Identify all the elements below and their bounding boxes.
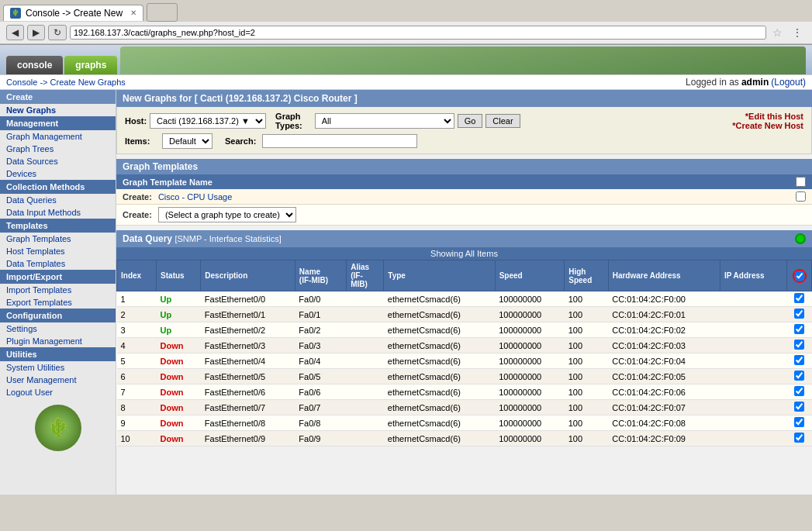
cell-hardware-address: CC:01:04:2C:F0:02 [608, 322, 720, 338]
table-row: 10 Down FastEthernet0/9 Fa0/9 ethernetCs… [117, 431, 812, 447]
cell-hardware-address: CC:01:04:2C:F0:04 [608, 353, 720, 369]
cell-type: ethernetCsmacd(6) [384, 400, 495, 415]
browser-tab[interactable]: 🌵 Console -> Create New ✕ [3, 5, 143, 21]
cell-description: FastEthernet0/9 [201, 431, 295, 447]
cell-speed: 100000000 [495, 322, 565, 338]
sidebar-item-import-templates[interactable]: Import Templates [0, 284, 116, 296]
cell-description: FastEthernet0/2 [201, 322, 295, 338]
cell-status: Down [157, 400, 201, 415]
sidebar-collection-methods-header: Collection Methods [0, 180, 116, 194]
row-checkbox[interactable] [794, 293, 804, 303]
cell-status: Up [157, 307, 201, 322]
sidebar-item-system-utilities[interactable]: System Utilities [0, 361, 116, 374]
sidebar-item-data-templates[interactable]: Data Templates [0, 257, 116, 270]
sidebar-create-header: Create [0, 90, 116, 104]
graph-template-row1-checkbox[interactable] [796, 191, 806, 202]
go-button[interactable]: Go [458, 114, 483, 128]
sidebar-item-new-graphs[interactable]: New Graphs [0, 104, 116, 116]
clear-button[interactable]: Clear [485, 114, 520, 128]
sidebar-item-data-sources[interactable]: Data Sources [0, 155, 116, 167]
sidebar-templates-header: Templates [0, 219, 116, 233]
cell-type: ethernetCsmacd(6) [384, 415, 495, 431]
address-bar[interactable] [70, 26, 766, 40]
sidebar-item-export-templates[interactable]: Export Templates [0, 296, 116, 309]
row-checkbox[interactable] [794, 371, 804, 381]
sidebar-item-data-queries[interactable]: Data Queries [0, 194, 116, 206]
col-select-all[interactable] [787, 260, 812, 291]
host-select[interactable]: Cacti (192.168.137.2) ▼ [150, 113, 266, 129]
cell-ip-address [720, 369, 786, 384]
graph-template-select-all-checkbox[interactable] [796, 177, 806, 187]
cell-alias [347, 338, 384, 353]
cell-speed: 100000000 [495, 338, 565, 353]
cell-description: FastEthernet0/8 [201, 415, 295, 431]
row-checkbox[interactable] [794, 433, 804, 443]
row-checkbox[interactable] [794, 355, 804, 365]
reload-button[interactable]: ↻ [48, 25, 67, 40]
cell-name: Fa0/6 [295, 384, 346, 400]
cell-speed: 100000000 [495, 400, 565, 415]
cell-checkbox[interactable] [787, 307, 812, 322]
cell-speed: 100000000 [495, 415, 565, 431]
graphs-tab-button[interactable]: graphs [64, 56, 117, 74]
items-select[interactable]: Default [162, 133, 213, 149]
sidebar-item-graph-templates[interactable]: Graph Templates [0, 233, 116, 245]
row-checkbox[interactable] [794, 386, 804, 396]
row-checkbox[interactable] [794, 340, 804, 350]
cell-description: FastEthernet0/4 [201, 353, 295, 369]
cell-index: 3 [117, 322, 157, 338]
sidebar-item-host-templates[interactable]: Host Templates [0, 245, 116, 257]
logout-link[interactable]: (Logout) [771, 77, 806, 88]
sidebar-item-graph-trees[interactable]: Graph Trees [0, 143, 116, 155]
create-new-host-link[interactable]: *Create New Host [527, 121, 803, 130]
cell-checkbox[interactable] [787, 415, 812, 431]
row-checkbox[interactable] [794, 309, 804, 319]
cell-checkbox[interactable] [787, 353, 812, 369]
cell-ip-address [720, 307, 786, 322]
cell-alias [347, 384, 384, 400]
cell-checkbox[interactable] [787, 291, 812, 307]
back-button[interactable]: ◀ [6, 25, 24, 40]
cell-description: FastEthernet0/0 [201, 291, 295, 307]
cell-alias [347, 431, 384, 447]
cell-hardware-address: CC:01:04:2C:F0:01 [608, 307, 720, 322]
col-high-speed: High Speed [565, 260, 608, 291]
search-input[interactable] [262, 134, 417, 148]
cell-checkbox[interactable] [787, 431, 812, 447]
cell-checkbox[interactable] [787, 400, 812, 415]
sidebar-item-user-management[interactable]: User Management [0, 374, 116, 386]
cell-description: FastEthernet0/1 [201, 307, 295, 322]
sidebar-item-graph-management[interactable]: Graph Management [0, 130, 116, 143]
row-checkbox[interactable] [794, 417, 804, 427]
sidebar-item-data-input-methods[interactable]: Data Input Methods [0, 206, 116, 219]
cell-high-speed: 100 [565, 338, 608, 353]
row-checkbox[interactable] [794, 402, 804, 412]
cell-checkbox[interactable] [787, 369, 812, 384]
cell-name: Fa0/3 [295, 338, 346, 353]
row-checkbox[interactable] [794, 324, 804, 334]
graph-type-select[interactable]: (Select a graph type to create) [158, 207, 296, 222]
edit-this-host-link[interactable]: *Edit this Host [527, 112, 803, 121]
tab-close-btn[interactable]: ✕ [130, 9, 136, 17]
cell-checkbox[interactable] [787, 338, 812, 353]
graph-types-select[interactable]: All [315, 113, 454, 129]
col-speed: Speed [495, 260, 565, 291]
sidebar-item-devices[interactable]: Devices [0, 167, 116, 180]
host-actions: *Edit this Host *Create New Host [527, 112, 803, 130]
graph-template-row-2: Create: (Select a graph type to create) [116, 205, 812, 226]
forward-button[interactable]: ▶ [27, 25, 45, 40]
sidebar-item-settings[interactable]: Settings [0, 322, 116, 335]
cell-description: FastEthernet0/7 [201, 400, 295, 415]
cell-checkbox[interactable] [787, 322, 812, 338]
sidebar-import-export-header: Import/Export [0, 270, 116, 284]
cell-hardware-address: CC:01:04:2C:F0:00 [608, 291, 720, 307]
cell-speed: 100000000 [495, 369, 565, 384]
graph-template-name-col-header: Graph Template Name [123, 178, 213, 187]
cell-checkbox[interactable] [787, 384, 812, 400]
data-query-status-indicator [795, 233, 806, 244]
select-all-rows-checkbox[interactable] [795, 271, 804, 281]
sidebar-item-logout-user[interactable]: Logout User [0, 386, 116, 398]
cell-status: Down [157, 338, 201, 353]
console-tab-button[interactable]: console [6, 56, 63, 74]
sidebar-item-plugin-management[interactable]: Plugin Management [0, 335, 116, 347]
